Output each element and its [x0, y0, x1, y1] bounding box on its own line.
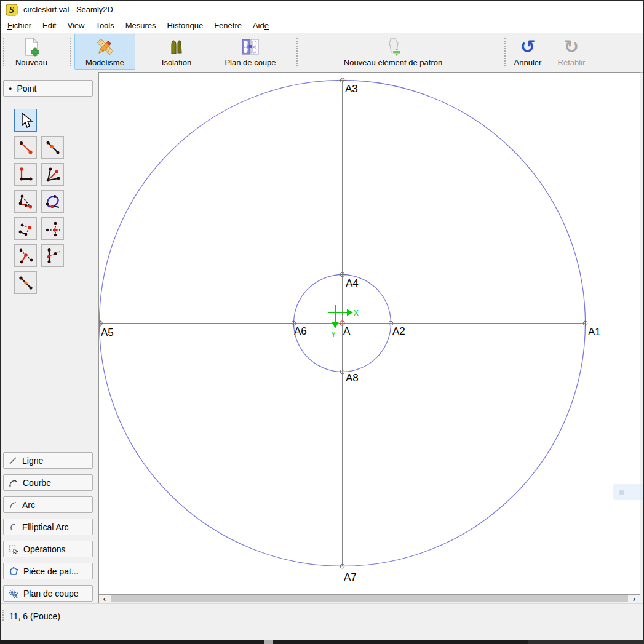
dashed-shoulder-icon	[18, 221, 34, 237]
menu-bar: Fichier Edit View Tools Mesures Historiq…	[1, 18, 643, 33]
elliptical-arc-icon	[9, 523, 17, 531]
midpoint-tool-button[interactable]	[14, 271, 37, 294]
red-line-endpoint-icon	[18, 140, 34, 156]
point-label-A8[interactable]: A8	[346, 372, 359, 384]
svg-text:X: X	[354, 309, 359, 317]
new-file-button[interactable]: Nouveau	[7, 34, 56, 70]
mode-details-label: Isolation	[162, 58, 191, 67]
section-arc[interactable]: Arc	[3, 496, 93, 513]
toolbar-drag-handle[interactable]	[504, 38, 506, 67]
new-document-icon	[22, 36, 41, 57]
menu-aide[interactable]: Aide	[247, 19, 274, 32]
garment-pieces-icon	[167, 36, 186, 57]
point-distance-angle-tool-button[interactable]	[14, 136, 37, 159]
window-title: circleskirt.val - Seamly2D	[23, 5, 113, 14]
drawing-canvas[interactable]: X Y A3 A4 A5 A6 A A2 A1 A8 A7 ‹ ›	[98, 72, 640, 603]
bisector-icon	[18, 248, 34, 264]
redo-label: Rétablir	[558, 58, 586, 67]
horizontal-scrollbar[interactable]: ‹ ›	[99, 594, 640, 603]
section-plan-de-coupe[interactable]: Plan de coupe	[3, 585, 93, 602]
pattern-piece-icon	[9, 566, 18, 576]
point-intersection-tool-button[interactable]	[41, 217, 64, 240]
toolbar-drag-handle[interactable]	[2, 38, 5, 67]
menu-historique[interactable]: Historique	[162, 19, 209, 32]
toolbar-drag-handle[interactable]	[296, 38, 298, 67]
line-icon	[9, 456, 17, 465]
cursor-coordinates: 11, 6 (Pouce)	[9, 611, 60, 621]
layout-pieces-icon	[241, 36, 260, 57]
operations-icon	[9, 544, 18, 554]
pattern-scene: X Y	[99, 73, 640, 595]
title-bar: S circleskirt.val - Seamly2D	[1, 1, 643, 18]
menu-mesures[interactable]: Mesures	[120, 19, 162, 32]
fading-tooltip-remnant	[613, 484, 644, 500]
point-along-line-tool-button[interactable]	[41, 136, 64, 159]
new-pattern-piece-label: Nouveau élément de patron	[344, 58, 442, 67]
scrollbar-thumb[interactable]	[111, 595, 628, 602]
line-axis-intersect-icon	[45, 248, 61, 264]
bisector-point-tool-button[interactable]	[14, 244, 37, 267]
undo-button[interactable]: ↺ Annuler	[509, 34, 547, 70]
redo-icon: ↻	[564, 38, 579, 56]
point-label-A6[interactable]: A6	[294, 325, 307, 338]
redo-button[interactable]: ↻ Rétablir	[551, 34, 592, 70]
svg-text:S: S	[9, 6, 14, 15]
menu-view[interactable]: View	[62, 19, 90, 32]
perpendicular-point-tool-button[interactable]	[14, 163, 37, 186]
arc-icon	[9, 501, 17, 509]
mode-draw-button[interactable]: Modélisme	[74, 34, 135, 70]
scroll-right-button[interactable]: ›	[629, 595, 640, 603]
undo-label: Annuler	[514, 58, 542, 67]
point-at-angle-tool-button[interactable]	[41, 163, 64, 186]
section-courbe[interactable]: Courbe	[3, 474, 93, 491]
menu-tools[interactable]: Tools	[90, 19, 119, 32]
section-elliptical-arc[interactable]: Elliptical Arc	[3, 519, 93, 535]
point-label-A5[interactable]: A5	[101, 327, 114, 339]
curve-tool-button[interactable]	[41, 190, 64, 213]
dashed-cross-icon	[45, 221, 61, 237]
section-point-header[interactable]: ● Point	[3, 80, 93, 97]
section-piece-de-patron[interactable]: Pièce de pat...	[3, 563, 93, 579]
line-midpoint-icon	[45, 140, 61, 156]
tool-sidebar: ● Point	[1, 72, 98, 603]
toolbar-drag-handle[interactable]	[70, 38, 72, 67]
blue-curve-icon	[45, 194, 61, 210]
dashed-triangle-icon	[18, 194, 34, 210]
angle-rays-icon	[45, 167, 61, 183]
statusbar-drag-handle	[2, 609, 4, 622]
shoulder-point-tool-button[interactable]	[14, 217, 37, 240]
section-operations[interactable]: Opérations	[3, 541, 93, 557]
point-label-A7[interactable]: A7	[344, 571, 357, 584]
scroll-left-button[interactable]: ‹	[99, 595, 110, 603]
main-toolbar: Nouveau » Modélisme	[1, 33, 643, 73]
section-point-label: Point	[17, 84, 36, 93]
screen-bottom-strip	[0, 640, 644, 644]
mode-draw-label: Modélisme	[85, 58, 124, 67]
point-bullet-icon: ●	[9, 85, 12, 92]
section-ligne[interactable]: Ligne	[3, 452, 93, 469]
svg-text:Y: Y	[331, 330, 336, 339]
status-bar: 11, 6 (Pouce)	[1, 603, 643, 640]
segment-midpoint-icon	[18, 275, 34, 291]
mode-details-button[interactable]: Isolation	[156, 34, 197, 70]
point-label-A2[interactable]: A2	[392, 325, 405, 338]
point-label-A3[interactable]: A3	[345, 83, 358, 95]
arrow-cursor-icon	[18, 113, 33, 129]
curve-icon	[9, 479, 18, 487]
menu-fichier[interactable]: Fichier	[2, 19, 37, 32]
pencil-ruler-icon	[95, 36, 115, 57]
menu-fenetre[interactable]: Fenêtre	[209, 19, 247, 32]
menu-edit[interactable]: Edit	[37, 19, 62, 32]
mode-layout-button[interactable]: Plan de coupe	[221, 34, 280, 70]
line-intersect-axis-tool-button[interactable]	[41, 244, 64, 267]
point-label-A[interactable]: A	[343, 325, 350, 338]
new-pattern-piece-button[interactable]: Nouveau élément de patron	[301, 34, 485, 70]
point-label-A1[interactable]: A1	[588, 326, 601, 338]
new-file-label: Nouveau	[15, 58, 47, 67]
point-label-A4[interactable]: A4	[346, 277, 359, 290]
pattern-piece-add-icon	[383, 36, 403, 57]
perpendicular-lines-icon	[18, 167, 34, 183]
seamly2d-app-icon: S	[6, 4, 18, 16]
triangle-point-tool-button[interactable]	[14, 190, 37, 213]
select-tool-button[interactable]	[14, 109, 37, 132]
